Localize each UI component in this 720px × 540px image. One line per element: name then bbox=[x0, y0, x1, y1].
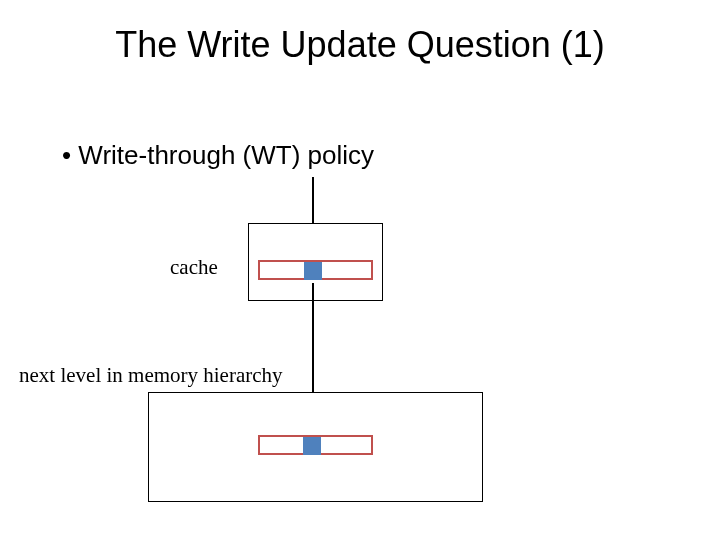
memory-label: next level in memory hierarchy bbox=[19, 363, 283, 388]
bullet-policy: Write-through (WT) policy bbox=[62, 140, 374, 171]
memory-write-cell bbox=[303, 437, 321, 455]
cache-write-cell bbox=[304, 262, 322, 280]
cache-label: cache bbox=[170, 255, 218, 280]
slide-title: The Write Update Question (1) bbox=[0, 24, 720, 66]
